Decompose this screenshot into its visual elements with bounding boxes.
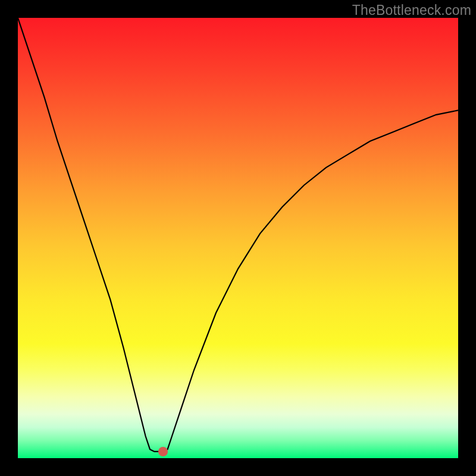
bottleneck-curve bbox=[18, 18, 458, 458]
plot-area bbox=[18, 18, 458, 458]
marker-dot bbox=[158, 447, 168, 456]
chart-frame: TheBottleneck.com bbox=[0, 0, 476, 476]
curve-line bbox=[18, 18, 458, 452]
watermark-text: TheBottleneck.com bbox=[352, 2, 471, 18]
